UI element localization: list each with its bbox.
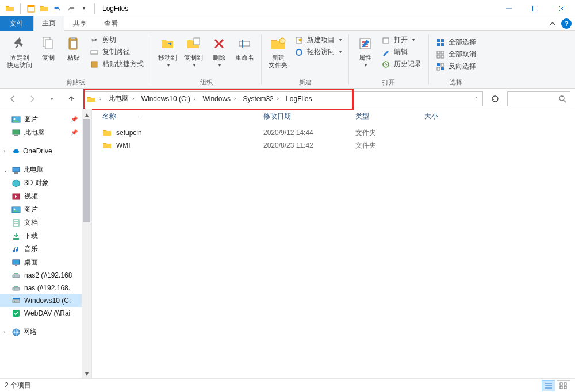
- shortcut-icon: [90, 60, 99, 69]
- breadcrumb-label: 此电脑: [108, 94, 129, 103]
- breadcrumb-label: Windows: [202, 95, 231, 103]
- nav-pc-item[interactable]: nas2 (\\192.168: [0, 269, 91, 282]
- nav-pc-item[interactable]: 3D 对象: [0, 176, 91, 190]
- network-icon: [12, 328, 21, 337]
- pin-to-quickaccess-button[interactable]: 固定到 快速访问: [3, 33, 36, 71]
- breadcrumb-item[interactable]: LogFiles: [282, 92, 315, 106]
- svg-rect-9: [71, 37, 75, 39]
- easy-access-button[interactable]: 轻松访问▾: [293, 47, 343, 57]
- refresh-button[interactable]: [486, 91, 504, 106]
- scroll-up-icon[interactable]: ▴: [82, 109, 91, 119]
- nav-scrollbar[interactable]: ▴ ▾: [82, 109, 91, 378]
- breadcrumb-item[interactable]: Windows10 (C:)›: [138, 92, 200, 106]
- move-to-button[interactable]: 移动到 ▾: [155, 33, 181, 69]
- search-box[interactable]: [507, 91, 570, 106]
- pin-icon: 📌: [71, 129, 78, 136]
- qat-folder-icon[interactable]: [3, 2, 16, 15]
- nav-pc-item[interactable]: 文档: [0, 216, 91, 229]
- breadcrumb-item[interactable]: System32›: [239, 92, 282, 106]
- qat-undo-icon[interactable]: [51, 2, 64, 15]
- copy-button[interactable]: 复制: [36, 33, 61, 71]
- nav-label: 视频: [24, 191, 38, 201]
- svg-rect-32: [441, 55, 444, 58]
- qat-dropdown-icon[interactable]: ▼: [78, 2, 90, 15]
- qat-properties-icon[interactable]: [25, 2, 37, 15]
- qat-redo-icon[interactable]: [64, 2, 77, 15]
- nav-onedrive[interactable]: › OneDrive: [0, 145, 91, 157]
- address-bar[interactable]: › 此电脑› Windows10 (C:)› Windows› System32…: [83, 91, 483, 106]
- nav-pc-item[interactable]: 音乐: [0, 243, 91, 256]
- svg-rect-29: [437, 51, 440, 54]
- breadcrumb-item[interactable]: 此电脑›: [105, 92, 137, 106]
- icons-view-button[interactable]: [557, 380, 570, 391]
- col-type[interactable]: 类型: [355, 112, 424, 121]
- nav-pc-item[interactable]: 视频: [0, 190, 91, 203]
- nav-network[interactable]: › 网络: [0, 325, 91, 339]
- select-none-button[interactable]: 全部取消: [435, 49, 477, 60]
- scroll-down-icon[interactable]: ▾: [82, 368, 91, 378]
- col-name[interactable]: 名称ˆ: [102, 112, 263, 121]
- breadcrumb-item[interactable]: Windows›: [199, 92, 239, 106]
- svg-rect-58: [13, 299, 20, 303]
- cut-button[interactable]: ✂剪切: [89, 34, 145, 45]
- nav-pc-item[interactable]: 桌面: [0, 256, 91, 269]
- paste-shortcut-button[interactable]: 粘贴快捷方式: [89, 59, 145, 70]
- col-size[interactable]: 大小: [424, 112, 470, 121]
- tab-share[interactable]: 共享: [64, 16, 95, 31]
- copy-to-button[interactable]: 复制到 ▾: [181, 33, 206, 69]
- svg-rect-67: [564, 383, 566, 385]
- help-button[interactable]: ?: [561, 18, 572, 29]
- recent-dropdown[interactable]: ▾: [44, 91, 60, 107]
- select-all-button[interactable]: 全部选择: [435, 37, 477, 48]
- new-item-button[interactable]: ✶新建项目▾: [293, 34, 343, 45]
- minimize-button[interactable]: [496, 0, 522, 17]
- tab-view[interactable]: 查看: [95, 16, 126, 31]
- download-icon: [12, 232, 21, 241]
- rename-button[interactable]: 重命名: [232, 33, 258, 69]
- delete-button[interactable]: 删除 ▾: [206, 33, 232, 69]
- svg-point-59: [14, 301, 15, 302]
- nav-pc-item[interactable]: 图片: [0, 203, 91, 216]
- nav-pc-item[interactable]: nas (\\192.168.: [0, 282, 91, 294]
- file-row[interactable]: WMI2020/8/23 11:42文件夹: [92, 139, 575, 152]
- nav-pc-item[interactable]: Windows10 (C:: [0, 294, 91, 307]
- breadcrumb-root-icon[interactable]: ›: [83, 92, 105, 106]
- svg-rect-27: [437, 43, 440, 46]
- nav-label: 文档: [24, 218, 38, 228]
- nav-pc-item[interactable]: WebDAV (\\Rai: [0, 307, 91, 320]
- back-button[interactable]: [5, 91, 21, 107]
- new-folder-button[interactable]: 新建 文件夹: [265, 33, 291, 70]
- ribbon-collapse-icon[interactable]: [547, 18, 558, 29]
- up-button[interactable]: [63, 91, 79, 107]
- close-button[interactable]: [549, 0, 575, 17]
- nav-label: OneDrive: [23, 147, 52, 155]
- properties-button[interactable]: 属性 ▾: [352, 33, 378, 71]
- nav-quick-pictures[interactable]: 图片 📌: [0, 113, 91, 126]
- svg-point-18: [279, 38, 285, 44]
- nav-thispc-header[interactable]: ⌄ 此电脑: [0, 163, 91, 176]
- chevron-down-icon: ⌄: [3, 167, 9, 173]
- tab-home[interactable]: 主页: [33, 16, 64, 31]
- open-button[interactable]: 打开▾: [380, 34, 423, 45]
- scroll-thumb[interactable]: [83, 119, 90, 222]
- paste-button[interactable]: 粘贴: [61, 33, 86, 71]
- history-button[interactable]: 历史记录: [380, 59, 423, 70]
- chevron-right-icon: ›: [3, 329, 9, 335]
- new-group-label: 新建: [299, 78, 312, 88]
- forward-button[interactable]: [24, 91, 40, 107]
- tab-file[interactable]: 文件: [0, 16, 33, 31]
- file-row[interactable]: setupcln2020/9/12 14:44文件夹: [92, 126, 575, 139]
- maximize-button[interactable]: [522, 0, 549, 17]
- invert-selection-button[interactable]: 反向选择: [435, 61, 477, 72]
- copy-path-button[interactable]: 复制路径: [89, 47, 145, 57]
- nav-quick-thispc[interactable]: 此电脑 📌: [0, 126, 91, 139]
- nav-pc-item[interactable]: 下载: [0, 229, 91, 243]
- address-dropdown[interactable]: ˅: [470, 92, 482, 106]
- navigation-pane: 图片 📌 此电脑 📌 › OneDrive ⌄ 此电脑 3D 对象视频图片文: [0, 109, 92, 378]
- qat-newfolder-icon[interactable]: [38, 2, 51, 15]
- svg-rect-69: [564, 386, 566, 389]
- edit-button[interactable]: 编辑: [380, 47, 423, 57]
- nav-label: 网络: [23, 327, 37, 337]
- details-view-button[interactable]: [542, 380, 555, 391]
- col-date[interactable]: 修改日期: [263, 112, 355, 121]
